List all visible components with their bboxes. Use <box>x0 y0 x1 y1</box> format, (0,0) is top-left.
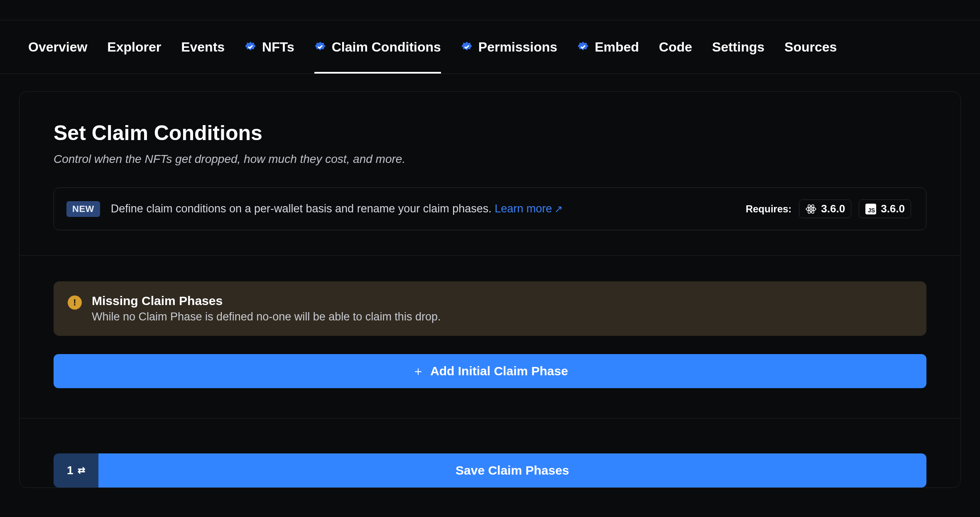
button-label: Save Claim Phases <box>456 463 569 477</box>
tab-label: Overview <box>28 39 87 55</box>
alert-title: Missing Claim Phases <box>92 294 441 308</box>
button-label: Add Initial Claim Phase <box>430 364 568 378</box>
requires-label: Requires: <box>746 203 792 215</box>
tab-sources[interactable]: Sources <box>784 20 837 74</box>
add-claim-phase-button[interactable]: ＋ Add Initial Claim Phase <box>54 354 926 388</box>
verified-icon <box>461 41 473 53</box>
tab-label: Events <box>181 39 225 55</box>
tab-label: Embed <box>595 39 639 55</box>
card-body-section: ! Missing Claim Phases While no Claim Ph… <box>20 256 960 419</box>
tx-count-value: 1 <box>67 464 74 477</box>
info-text: Define claim conditions on a per-wallet … <box>111 202 563 215</box>
tab-label: Settings <box>712 39 764 55</box>
tab-label: Code <box>659 39 692 55</box>
version-react-pill: 3.6.0 <box>799 199 851 218</box>
contract-tabs: Overview Explorer Events NFTs Claim Cond… <box>0 20 980 74</box>
card-header-section: Set Claim Conditions Control when the NF… <box>20 92 960 256</box>
missing-phases-alert: ! Missing Claim Phases While no Claim Ph… <box>54 281 926 336</box>
warning-icon: ! <box>68 295 82 310</box>
plus-icon: ＋ <box>412 363 424 380</box>
tab-label: Sources <box>784 39 837 55</box>
learn-more-link[interactable]: Learn more ↗ <box>495 202 563 215</box>
version-value: 3.6.0 <box>821 202 845 215</box>
pending-tx-count[interactable]: 1 ⇄ <box>54 453 98 487</box>
js-icon: JS <box>865 203 877 215</box>
react-icon <box>805 203 817 215</box>
save-claim-phases-button[interactable]: Save Claim Phases <box>98 453 926 487</box>
tab-overview[interactable]: Overview <box>28 20 87 74</box>
info-text-body: Define claim conditions on a per-wallet … <box>111 202 495 215</box>
card-footer-section: 1 ⇄ Save Claim Phases <box>20 419 960 487</box>
verified-icon <box>577 41 589 53</box>
tab-label: NFTs <box>262 39 294 55</box>
tab-label: Explorer <box>107 39 161 55</box>
tab-label: Claim Conditions <box>332 39 441 55</box>
verified-icon <box>245 41 256 53</box>
tab-settings[interactable]: Settings <box>712 20 764 74</box>
claim-conditions-card: Set Claim Conditions Control when the NF… <box>19 91 961 488</box>
info-banner: NEW Define claim conditions on a per-wal… <box>54 187 926 230</box>
tab-label: Permissions <box>478 39 557 55</box>
tab-explorer[interactable]: Explorer <box>107 20 161 74</box>
alert-body: While no Claim Phase is defined no-one w… <box>92 310 441 323</box>
svg-point-0 <box>810 208 812 210</box>
page-subtitle: Control when the NFTs get dropped, how m… <box>54 153 926 166</box>
tab-nfts[interactable]: NFTs <box>245 20 294 74</box>
requires-block: Requires: 3.6.0 JS 3.6.0 <box>746 199 911 218</box>
tab-permissions[interactable]: Permissions <box>461 20 557 74</box>
tab-claim-conditions[interactable]: Claim Conditions <box>314 20 441 74</box>
learn-more-label: Learn more <box>495 202 552 215</box>
new-badge: NEW <box>66 201 100 217</box>
page-title: Set Claim Conditions <box>54 121 926 145</box>
tab-events[interactable]: Events <box>181 20 225 74</box>
version-value: 3.6.0 <box>881 202 905 215</box>
tab-code[interactable]: Code <box>659 20 692 74</box>
external-link-icon: ↗ <box>554 203 563 215</box>
verified-icon <box>314 41 326 53</box>
tab-embed[interactable]: Embed <box>577 20 639 74</box>
swap-icon: ⇄ <box>78 465 85 476</box>
version-js-pill: JS 3.6.0 <box>859 199 911 218</box>
save-bar: 1 ⇄ Save Claim Phases <box>54 453 926 487</box>
